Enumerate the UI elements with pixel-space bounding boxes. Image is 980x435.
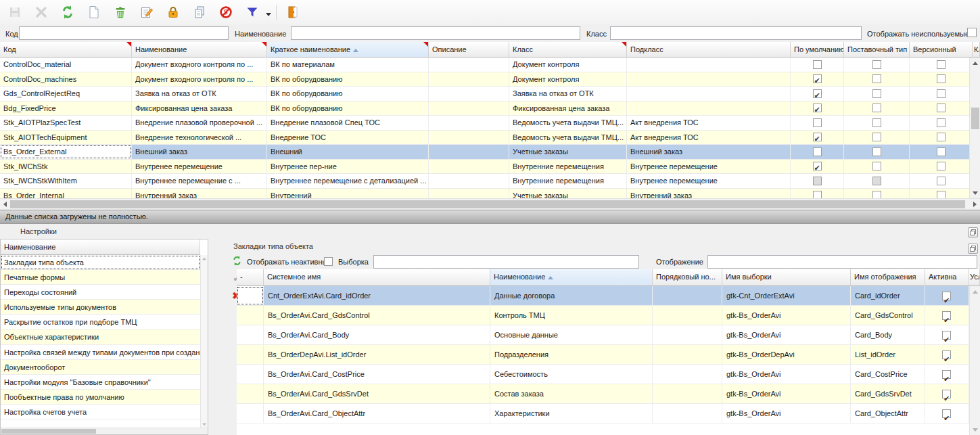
cell-row-selector[interactable] xyxy=(237,384,264,403)
scroll-thumb[interactable] xyxy=(1,429,96,434)
show-inactive-checkbox[interactable] xyxy=(324,257,333,266)
cell-name[interactable]: Документ входного контроля по ... xyxy=(132,72,267,87)
table-row[interactable]: Bs_Order_Internal Внутренний заказ Внутр… xyxy=(0,189,980,199)
default-checkbox[interactable] xyxy=(813,89,822,98)
cell-name[interactable]: Заявка на отказ от ОТК xyxy=(132,87,267,101)
cell-class[interactable]: Учетные заказы xyxy=(509,145,627,159)
settings-list-item[interactable]: Настройки модуля "Базовые справочники" xyxy=(1,375,200,390)
cell-name[interactable]: Характеристики xyxy=(490,404,653,423)
default-checkbox[interactable] xyxy=(813,147,822,156)
default-checkbox[interactable] xyxy=(813,60,822,69)
cell-name[interactable]: Подразделения xyxy=(490,345,653,364)
refresh-button[interactable] xyxy=(58,2,77,22)
class-filter-input[interactable] xyxy=(610,26,862,40)
supply-type-checkbox[interactable] xyxy=(872,104,881,112)
cell-short-name[interactable]: ВК по материалам xyxy=(267,58,429,72)
table-row[interactable]: Gds_ControlRejectReq Заявка на отказ от … xyxy=(0,87,980,101)
cell-short-name[interactable]: ВК по оборудованию xyxy=(267,101,429,116)
cell-name[interactable]: Внедрение технологической ... xyxy=(132,131,267,145)
scroll-up-button[interactable] xyxy=(201,255,208,262)
maximize-tabs-panel-button[interactable] xyxy=(968,244,978,254)
cell-row-selector[interactable] xyxy=(237,365,264,384)
versioned-checkbox[interactable] xyxy=(937,104,946,112)
save-button[interactable] xyxy=(5,2,24,22)
scroll-up-button[interactable] xyxy=(970,286,980,297)
column-header-display-name[interactable]: Имя отображения xyxy=(851,269,925,286)
create-button[interactable] xyxy=(85,2,103,22)
filter-button[interactable] xyxy=(243,2,262,22)
scroll-down-button[interactable] xyxy=(970,424,980,435)
default-checkbox[interactable] xyxy=(813,118,822,127)
table-row[interactable]: ControlDoc_material Документ входного ко… xyxy=(0,58,980,72)
cell-class[interactable]: Учетные заказы xyxy=(509,189,627,199)
cell-description[interactable] xyxy=(429,189,509,199)
supply-type-checkbox[interactable] xyxy=(872,118,881,127)
column-header-dash[interactable]: - xyxy=(237,269,264,286)
table-row[interactable]: Stk_IWChStk Внутренее перемещение Внутре… xyxy=(0,160,980,175)
cell-short-name[interactable]: Внутренее пер-ние xyxy=(267,160,429,174)
settings-list-item[interactable]: Пообъектные права по умолчанию xyxy=(1,390,200,405)
versioned-checkbox[interactable] xyxy=(937,162,946,170)
cell-description[interactable] xyxy=(429,87,509,101)
copy-button[interactable] xyxy=(190,2,209,22)
scroll-thumb[interactable] xyxy=(971,108,979,129)
cell-description[interactable] xyxy=(429,101,509,116)
cell-order-no[interactable] xyxy=(653,404,722,423)
default-checkbox[interactable] xyxy=(813,162,822,170)
versioned-checkbox[interactable] xyxy=(937,118,946,127)
column-header-system-name[interactable]: Системное имя xyxy=(264,269,490,286)
active-checkbox[interactable] xyxy=(942,390,951,398)
settings-vertical-scrollbar[interactable] xyxy=(200,255,208,428)
cell-short-name[interactable]: Внутренний xyxy=(267,189,429,199)
exit-button[interactable] xyxy=(283,2,302,22)
versioned-checkbox[interactable] xyxy=(937,60,946,69)
cell-row-selector[interactable] xyxy=(237,325,264,344)
cell-subclass[interactable] xyxy=(627,87,791,101)
column-header-short-name[interactable]: Краткое наименование xyxy=(267,42,429,58)
cell-class[interactable]: Ведомость учета выдачи ТМЦ... xyxy=(509,116,627,130)
settings-list-item[interactable]: Настройка связей между типами документов… xyxy=(1,345,200,360)
table-row[interactable]: Bdg_FixedPrice Фиксированная цена заказа… xyxy=(0,101,980,116)
cell-display-name[interactable]: Card_GdsSrvDet xyxy=(851,384,925,403)
cell-order-no[interactable] xyxy=(653,306,722,325)
cell-code[interactable]: Stk_AIOTTechEquipment xyxy=(0,131,132,145)
supply-type-checkbox[interactable] xyxy=(872,147,881,156)
settings-list-item[interactable]: Настройка счетов учета xyxy=(1,405,200,419)
settings-list-item[interactable]: Используемые типы документов xyxy=(1,300,200,315)
display-input[interactable] xyxy=(707,255,977,269)
code-filter-input[interactable] xyxy=(19,26,229,40)
delete-button[interactable] xyxy=(111,2,130,22)
cell-description[interactable] xyxy=(429,145,509,159)
versioned-checkbox[interactable] xyxy=(937,74,946,83)
cell-name[interactable]: Данные договора xyxy=(490,286,653,305)
scroll-down-button[interactable] xyxy=(201,421,208,428)
column-header-clipped[interactable]: Кла xyxy=(973,42,980,58)
maximize-panel-button[interactable] xyxy=(968,227,978,237)
lock-button[interactable] xyxy=(164,2,183,22)
cell-selection-name[interactable]: gtk-Bs_OrderAvi xyxy=(722,365,851,384)
versioned-checkbox[interactable] xyxy=(937,177,946,185)
cell-class[interactable]: Заявка на отказ от ОТК xyxy=(509,87,627,101)
cell-code[interactable]: ControlDoc_machines xyxy=(0,72,132,87)
cell-system-name[interactable]: Bs_OrderAvi.Card_GdsSrvDet xyxy=(264,384,490,403)
cell-code[interactable]: Stk_IWChStkWithItem xyxy=(0,174,132,188)
selection-input[interactable] xyxy=(373,255,639,269)
cell-display-name[interactable]: Card_idOrder xyxy=(851,286,925,305)
column-header-versioned[interactable]: Версионный xyxy=(910,42,973,58)
table-row[interactable]: ControlDoc_machines Документ входного ко… xyxy=(0,72,980,87)
cell-short-name[interactable]: ВК по оборудованию xyxy=(267,87,429,101)
active-checkbox[interactable] xyxy=(942,292,951,300)
table-row[interactable]: Bs_Order_External Внешний заказ Внешний … xyxy=(0,145,980,160)
cell-row-selector[interactable] xyxy=(237,345,264,364)
settings-horizontal-scrollbar[interactable] xyxy=(1,428,208,434)
table-row[interactable]: Bs_OrderAvi.Card_Body Основные данные gt… xyxy=(237,325,980,345)
cell-row-selector[interactable] xyxy=(237,286,264,305)
cell-class[interactable]: Внутренние перемещения xyxy=(509,160,627,174)
scroll-right-button[interactable] xyxy=(969,199,980,210)
cell-row-selector[interactable] xyxy=(237,306,264,325)
cell-name[interactable]: Внутренее перемещение xyxy=(132,160,267,174)
cell-short-name[interactable]: Внешний xyxy=(267,145,429,159)
table-row[interactable]: Stk_IWChStkWithItem Внутреннее перемещен… xyxy=(0,174,980,189)
table-row[interactable]: Bs_OrderAvi.Card_CostPrice Себестоимость… xyxy=(237,365,980,384)
cell-system-name[interactable]: Bs_OrderAvi.Card_CostPrice xyxy=(264,365,490,384)
